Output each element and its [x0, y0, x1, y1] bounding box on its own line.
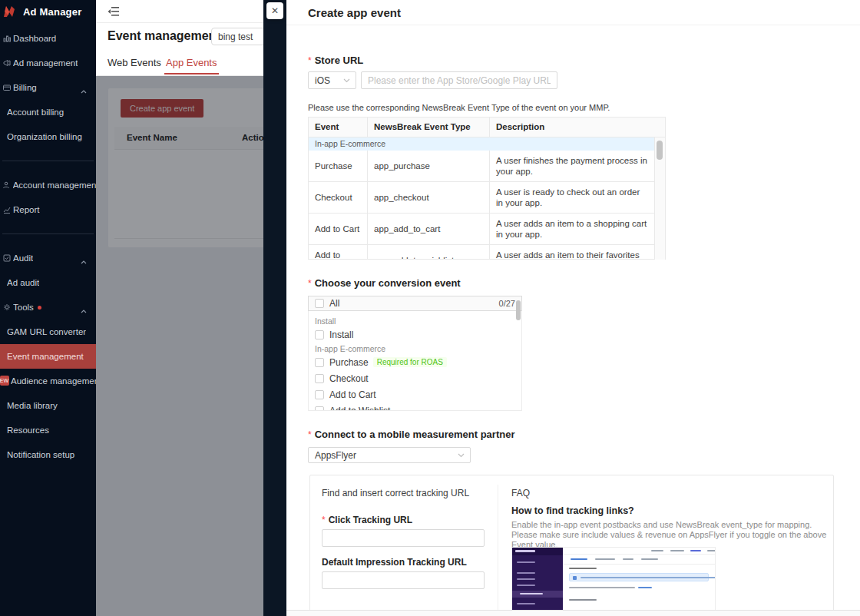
sidebar-item-resources[interactable]: Resources: [0, 418, 96, 442]
checkbox[interactable]: [315, 358, 324, 367]
close-icon[interactable]: ✕: [266, 2, 283, 19]
event-table-row-add-to-cart: Add to Cartapp_add_to_cartA user adds an…: [309, 214, 654, 245]
drawer-body: Store URL iOS Please use the correspondi…: [286, 25, 860, 610]
modal-mask-strip: [263, 0, 286, 616]
conversion-option-label: Install: [329, 330, 353, 340]
conversion-option-add-to-wishlist[interactable]: Add to Wishlist: [315, 402, 521, 411]
sidebar-item-label: Audit: [13, 253, 33, 263]
sidebar-item-billing[interactable]: Billing: [0, 75, 96, 100]
impression-tracking-url-input[interactable]: [322, 571, 485, 589]
sidebar-item-notification-setup[interactable]: Notification setup: [0, 442, 96, 467]
sidebar-item-account-billing[interactable]: Account billing: [0, 100, 96, 124]
conversion-select-all-row[interactable]: All 0/27: [308, 296, 522, 311]
tab-web-events[interactable]: Web Events: [108, 57, 161, 68]
header-newsbreak-event-type: NewsBreak Event Type: [368, 118, 490, 137]
sidebar-item-audience-management[interactable]: NEWAudience management: [0, 369, 96, 393]
conversion-option-install[interactable]: Install: [315, 326, 521, 343]
sidebar-divider: [2, 233, 94, 234]
sidebar-item-label: Tools: [13, 303, 34, 312]
horizontal-scrollbar[interactable]: [286, 610, 860, 616]
sidebar-item-label: Ad audit: [7, 278, 39, 287]
sidebar-item-event-management[interactable]: Event management: [0, 344, 96, 369]
page-topbar: [96, 0, 263, 23]
sidebar-item-account-management[interactable]: Account management: [0, 173, 96, 197]
tracking-url-card: Find and insert correct tracking URL Cli…: [309, 475, 834, 610]
table-scrollbar[interactable]: [654, 137, 665, 260]
sidebar-menu: DashboardAd managementBillingAccount bil…: [0, 23, 96, 467]
ad-management-icon: [2, 59, 11, 68]
cell-event: Add to Cart: [309, 214, 368, 244]
drawer-header: Create app event: [286, 0, 860, 25]
select-all-checkbox[interactable]: [315, 299, 324, 308]
screenshot-topbar: [563, 548, 715, 555]
app-window: Ad Manager DashboardAd managementBilling…: [0, 0, 860, 616]
new-badge: NEW: [0, 376, 9, 386]
sidebar-item-label: Audience management: [11, 376, 96, 386]
checkbox[interactable]: [315, 390, 324, 399]
conversion-box: All 0/27 InstallInstallIn-app E-commerce…: [308, 296, 522, 411]
checkbox[interactable]: [315, 374, 324, 383]
checkbox[interactable]: [315, 406, 324, 412]
conversion-option-label: Add to Cart: [329, 389, 376, 400]
newsbreak-logo-icon: [2, 5, 19, 18]
store-url-input[interactable]: [361, 71, 557, 89]
conversion-option-label: Purchase: [329, 357, 369, 368]
cell-desc: A user adds an item to their favorites o…: [490, 245, 654, 259]
cell-type: app_add_to_wishlist: [368, 245, 490, 259]
table-scrollbar-thumb[interactable]: [657, 141, 663, 160]
conversion-scrollbar-thumb[interactable]: [516, 300, 521, 320]
mmp-select[interactable]: AppsFlyer: [308, 447, 471, 463]
screenshot-content: [563, 555, 715, 610]
conversion-option-purchase[interactable]: PurchaseRequired for ROAS: [315, 354, 521, 370]
sidebar-item-ad-management[interactable]: Ad management: [0, 51, 96, 75]
brand-name: Ad Manager: [23, 6, 81, 18]
chevron-up-icon[interactable]: [81, 306, 87, 315]
tracking-section-title: Find and insert correct tracking URL: [322, 488, 469, 498]
conversion-event-label: Choose your conversion event: [308, 277, 461, 289]
conversion-option-add-to-cart[interactable]: Add to Cart: [315, 386, 521, 402]
dashboard-icon: [2, 35, 11, 43]
sidebar-item-label: Billing: [13, 83, 37, 92]
header-event: Event: [309, 118, 368, 137]
sidebar-item-gam-url-converter[interactable]: GAM URL converter: [0, 320, 96, 344]
report-icon: [2, 206, 11, 214]
chevron-up-icon[interactable]: [81, 86, 87, 95]
platform-select-value: iOS: [315, 75, 330, 86]
cell-type: app_purchase: [368, 151, 490, 181]
sidebar-item-tools[interactable]: Tools: [0, 295, 96, 320]
sidebar-divider: [2, 161, 94, 161]
sidebar-item-dashboard[interactable]: Dashboard: [0, 26, 96, 51]
event-type-table: Event NewsBreak Event Type Description I…: [308, 117, 666, 260]
platform-select[interactable]: iOS: [308, 71, 356, 89]
conversion-list: InstallInstallIn-app E-commercePurchaseR…: [308, 311, 522, 411]
click-tracking-url-label: Click Tracking URL: [322, 515, 412, 525]
events-tabs: Web Events App Events: [96, 55, 263, 76]
sidebar-item-organization-billing[interactable]: Organization billing: [0, 124, 96, 149]
selected-count: 0/27: [499, 299, 515, 308]
checkbox[interactable]: [315, 330, 324, 339]
billing-icon: [2, 84, 11, 92]
mmp-select-value: AppsFlyer: [315, 450, 356, 461]
conversion-option-label: Add to Wishlist: [329, 406, 390, 412]
sidebar-item-ad-audit[interactable]: Ad audit: [0, 270, 96, 295]
cell-desc: A user finishes the payment process in y…: [490, 151, 654, 181]
click-tracking-url-input[interactable]: [322, 529, 485, 547]
create-app-event-drawer: Create app event Store URL iOS Please us…: [286, 0, 860, 616]
conversion-option-checkout[interactable]: Checkout: [315, 370, 521, 386]
header-description: Description: [490, 118, 665, 137]
red-dot-indicator: [38, 306, 41, 310]
chevron-up-icon[interactable]: [81, 257, 87, 266]
faq-answer: Enable the in-app event postbacks and us…: [511, 520, 828, 550]
chevron-down-icon: [458, 453, 465, 458]
sidebar-item-report[interactable]: Report: [0, 197, 96, 222]
menu-fold-icon[interactable]: [108, 6, 120, 17]
event-table-row-checkout: Checkoutapp_checkoutA user is ready to c…: [309, 182, 654, 214]
mmp-label: Connect to a mobile measurement partner: [308, 429, 514, 440]
appsflyer-screenshot: [511, 547, 716, 610]
sidebar: Ad Manager DashboardAd managementBilling…: [0, 0, 96, 616]
sidebar-item-media-library[interactable]: Media library: [0, 393, 96, 418]
event-type-table-header: Event NewsBreak Event Type Description: [309, 118, 665, 137]
sidebar-item-audit[interactable]: Audit: [0, 246, 96, 270]
account-management-icon: [2, 181, 11, 190]
tab-app-events[interactable]: App Events: [166, 57, 217, 68]
